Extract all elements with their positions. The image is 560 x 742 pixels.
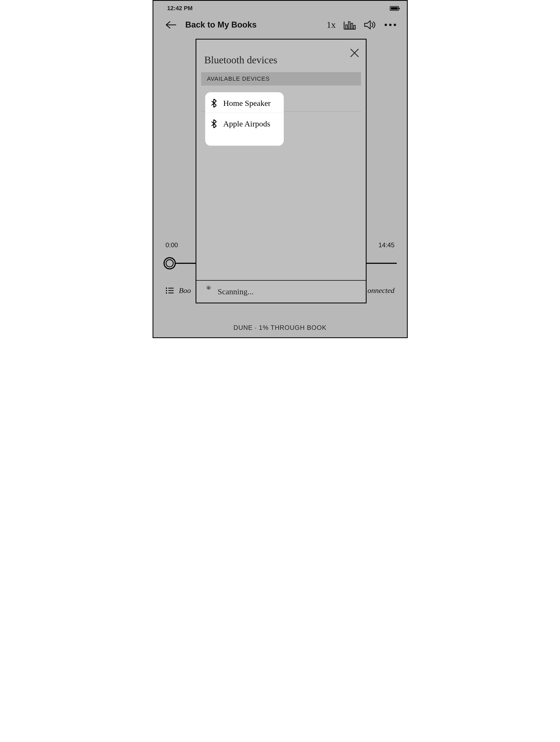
modal-footer: Scanning... (197, 280, 366, 303)
device-name: Apple Airpods (219, 117, 266, 126)
volume-icon[interactable] (363, 19, 377, 30)
device-item[interactable]: Apple Airpods (201, 111, 361, 132)
modal-title: Bluetooth devices (205, 54, 358, 66)
more-icon[interactable] (384, 19, 397, 30)
svg-rect-0 (346, 25, 347, 29)
remaining-time: 14:45 (378, 242, 394, 249)
svg-point-9 (166, 293, 167, 294)
clock: 12:42 PM (167, 5, 192, 12)
equalizer-icon[interactable] (343, 19, 356, 30)
bottom-right-info: onnected (368, 286, 394, 295)
book-progress-text: DUNE · 1% THROUGH BOOK (153, 324, 407, 331)
list-icon (166, 287, 174, 294)
back-label[interactable]: Back to My Books (185, 20, 257, 30)
svg-rect-1 (348, 22, 350, 29)
device-list: Home Speaker Apple Airpods (201, 90, 361, 132)
device-item[interactable]: Home Speaker (201, 90, 361, 111)
svg-point-5 (389, 24, 391, 26)
close-icon[interactable] (349, 47, 360, 59)
bluetooth-modal: Bluetooth devices AVAILABLE DEVICES Home… (195, 39, 367, 303)
device-name: Home Speaker (219, 96, 267, 105)
svg-point-7 (166, 287, 167, 289)
bluetooth-icon (207, 118, 212, 126)
svg-rect-2 (351, 23, 353, 29)
bottom-left-text: Boo (179, 286, 191, 295)
elapsed-time: 0:00 (166, 242, 178, 249)
svg-point-6 (394, 24, 396, 26)
bluetooth-icon (207, 97, 212, 105)
spinner-icon (205, 287, 213, 296)
top-toolbar: Back to My Books 1x (153, 14, 407, 34)
svg-point-4 (385, 24, 387, 26)
battery-icon (390, 6, 399, 11)
svg-point-8 (166, 290, 167, 292)
playback-speed-button[interactable]: 1x (327, 20, 336, 30)
svg-rect-3 (354, 25, 355, 29)
slider-knob[interactable] (164, 257, 176, 269)
status-bar: 12:42 PM (153, 1, 407, 14)
back-arrow-icon[interactable] (166, 21, 176, 29)
bottom-right-text: onnected (368, 286, 394, 295)
scanning-label: Scanning... (218, 287, 254, 296)
app-frame: 12:42 PM Back to My Books 1x (153, 0, 408, 338)
bottom-left-info[interactable]: Boo (166, 286, 191, 295)
available-devices-header: AVAILABLE DEVICES (201, 72, 361, 86)
